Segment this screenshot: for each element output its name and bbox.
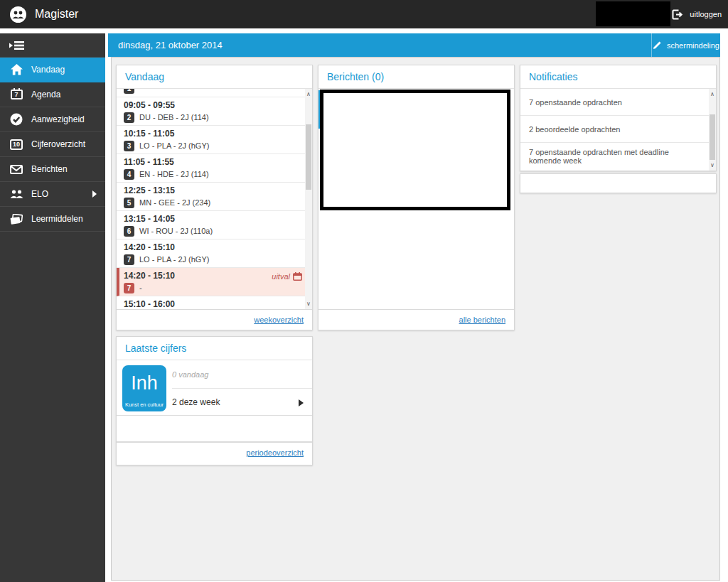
lesson-time: 10:15 - 11:05 xyxy=(124,129,296,139)
scrollbar-thumb[interactable] xyxy=(306,124,311,190)
schedule-row[interactable]: 10:15 - 11:05 3 LO - PLA - 2J (hGY) xyxy=(117,126,312,154)
scrollbar-thumb[interactable] xyxy=(710,114,715,160)
schedule-row[interactable]: 14:20 - 15:10 7 - uitval xyxy=(117,268,312,296)
envelope-icon xyxy=(9,165,24,174)
lesson-number-badge: 5 xyxy=(124,198,134,208)
panel-notificaties: Notificaties 7 openstaande opdrachten 2 … xyxy=(520,65,717,171)
panel-cijfers-title: Laatste cijfers xyxy=(117,337,312,360)
notification-text: 7 openstaande opdrachten met deadline ko… xyxy=(529,148,700,165)
lesson-subject: EN - HDE - 2J (114) xyxy=(139,170,209,178)
collapse-sidebar-button[interactable] xyxy=(0,33,105,58)
scroll-up-icon[interactable]: ∧ xyxy=(709,90,716,99)
cancelled-calendar-icon xyxy=(293,272,302,281)
sidebar-item-label: Agenda xyxy=(31,90,60,99)
grade-value: Inh xyxy=(131,365,158,402)
alle-berichten-link[interactable]: alle berichten xyxy=(459,316,505,324)
lesson-number-badge: 6 xyxy=(124,226,134,237)
screen-layout-button[interactable]: schermindeling xyxy=(651,33,720,57)
panel-notificaties-title: Notificaties xyxy=(520,65,716,89)
lesson-number-badge: 2 xyxy=(124,112,134,123)
sidebar-item-label: Aanwezigheid xyxy=(31,114,85,124)
scroll-down-icon[interactable]: ∨ xyxy=(709,161,716,170)
notification-text: 7 openstaande opdrachten xyxy=(529,98,622,107)
schedule-row[interactable]: 15:10 - 16:00 8 KBG xyxy=(117,296,312,309)
notification-item[interactable]: 7 openstaande opdrachten xyxy=(520,89,716,116)
schedule-row[interactable]: 13:15 - 14:05 6 WI - ROU - 2J (110a) xyxy=(117,211,312,239)
sidebar: Vandaag 7 Agenda Aanwezigheid 10 Cijfero… xyxy=(0,33,105,582)
lesson-number-badge: 7 xyxy=(124,283,134,293)
notification-item[interactable]: 2 beoordeelde opdrachten xyxy=(520,116,716,143)
notification-item[interactable]: 7 openstaande opdrachten met deadline ko… xyxy=(520,143,716,170)
redacted-messages-box xyxy=(320,90,510,210)
sidebar-item-aanwezigheid[interactable]: Aanwezigheid xyxy=(0,107,105,132)
sidebar-item-leermiddelen[interactable]: Leermiddelen xyxy=(0,207,105,232)
notifications-scrollbar[interactable]: ∧ ∨ xyxy=(709,89,716,171)
scroll-down-icon[interactable]: ∨ xyxy=(305,299,312,308)
notification-text: 2 beoordeelde opdrachten xyxy=(529,125,620,134)
check-circle-icon xyxy=(9,113,24,126)
grades-empty-section xyxy=(117,416,312,442)
panel-berichten-footer: alle berichten xyxy=(318,309,514,330)
notification-rows: 7 openstaande opdrachten 2 beoordeelde o… xyxy=(520,89,716,170)
sidebar-item-label: Berichten xyxy=(31,164,68,174)
grade-subject-tile[interactable]: Inh Kunst en cultuur xyxy=(122,365,166,411)
weekoverzicht-link[interactable]: weekoverzicht xyxy=(254,316,304,324)
sidebar-item-label: ELO xyxy=(31,189,48,199)
panel-berichten-title: Berichten (0) xyxy=(318,65,514,89)
panel-vandaag-title: Vandaag xyxy=(117,65,312,89)
lesson-time: 14:20 - 15:10 xyxy=(124,271,296,281)
arrow-right-icon[interactable] xyxy=(299,399,304,406)
schedule-row[interactable]: 09:05 - 09:55 2 DU - DEB - 2J (114) xyxy=(117,97,312,126)
schedule-rows: 1 09:05 - 09:55 2 DU - DEB - 2J (114) 10… xyxy=(117,89,312,309)
lesson-subject: LO - PLA - 2J (hGY) xyxy=(139,255,209,264)
logout-label: uitloggen xyxy=(690,10,722,18)
app-title: Magister xyxy=(35,8,78,21)
grades-week-label: 2 deze week xyxy=(172,389,312,415)
lesson-subject: DU - DEB - 2J (114) xyxy=(139,113,209,122)
chevron-right-icon xyxy=(92,190,97,198)
collapse-sidebar-icon xyxy=(9,41,25,50)
messages-area xyxy=(318,89,514,309)
schedule-row[interactable]: 14:20 - 15:10 7 LO - PLA - 2J (hGY) xyxy=(117,239,312,268)
grades-today-label: 0 vandaag xyxy=(172,360,312,389)
main-content: Vandaag 1 09:05 - 09:55 2 D xyxy=(111,57,720,581)
schedule-row[interactable]: 11:05 - 11:55 4 EN - HDE - 2J (114) xyxy=(117,154,312,183)
lesson-subject: - xyxy=(139,284,142,292)
lesson-subject: WI - ROU - 2J (110a) xyxy=(139,227,213,235)
sidebar-item-elo[interactable]: ELO xyxy=(0,182,105,207)
sidebar-item-label: Vandaag xyxy=(31,65,65,75)
lesson-status: uitval xyxy=(272,272,302,281)
people-icon xyxy=(9,189,24,199)
panel-notificaties-footer xyxy=(520,173,717,193)
sidebar-item-vandaag[interactable]: Vandaag xyxy=(0,58,105,82)
magister-logo-icon xyxy=(9,6,27,23)
panel-laatste-cijfers: Laatste cijfers Inh Kunst en cultuur 0 v… xyxy=(116,336,313,465)
status-label: uitval xyxy=(272,272,290,281)
sidebar-item-label: Cijferoverzicht xyxy=(31,139,85,149)
panel-berichten: Berichten (0) alle berichten xyxy=(318,65,515,330)
sidebar-item-berichten[interactable]: Berichten xyxy=(0,157,105,182)
panel-vandaag: Vandaag 1 09:05 - 09:55 2 D xyxy=(116,65,313,330)
top-bar: Magister uitloggen xyxy=(0,0,728,28)
lesson-time: 14:20 - 15:10 xyxy=(124,242,296,252)
schedule-scrollbar[interactable]: ∧ ∨ xyxy=(305,89,312,309)
pencil-icon xyxy=(653,41,662,50)
sidebar-item-cijferoverzicht[interactable]: 10 Cijferoverzicht xyxy=(0,132,105,157)
lesson-number-badge: 3 xyxy=(124,141,134,151)
schedule-row[interactable]: 1 xyxy=(117,89,312,97)
logout-icon xyxy=(671,9,683,21)
periodeoverzicht-link[interactable]: periodeoverzicht xyxy=(246,448,304,457)
lesson-time: 15:10 - 16:00 xyxy=(124,299,296,309)
sidebar-item-agenda[interactable]: 7 Agenda xyxy=(0,82,105,107)
panel-cijfers-footer: periodeoverzicht xyxy=(117,442,312,463)
logout-button[interactable]: uitloggen xyxy=(671,0,722,28)
schedule-row[interactable]: 12:25 - 13:15 5 MN - GEE - 2J (234) xyxy=(117,183,312,211)
scroll-up-icon[interactable]: ∧ xyxy=(305,90,312,99)
schedule-list: 1 09:05 - 09:55 2 DU - DEB - 2J (114) 10… xyxy=(117,89,312,309)
sidebar-item-label: Leermiddelen xyxy=(31,214,83,224)
latest-grade-row[interactable]: Inh Kunst en cultuur 0 vandaag 2 deze we… xyxy=(117,360,312,416)
lesson-time: 12:25 - 13:15 xyxy=(124,185,296,195)
lesson-number-badge: 1 xyxy=(124,89,134,94)
lesson-time: 13:15 - 14:05 xyxy=(124,214,296,224)
screen-layout-label: schermindeling xyxy=(667,41,719,50)
